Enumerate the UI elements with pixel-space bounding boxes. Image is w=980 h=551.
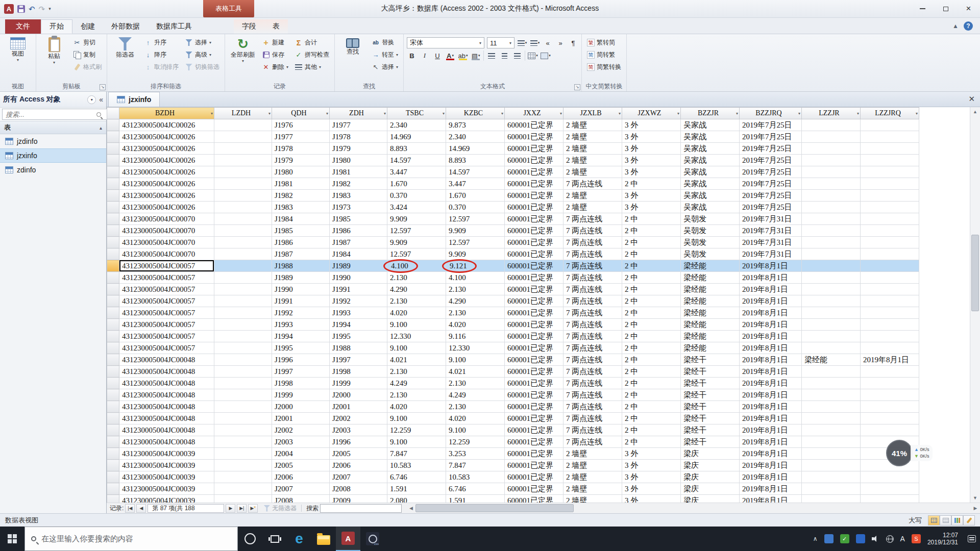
cell-QDH[interactable]: J1980	[272, 166, 330, 178]
cell-JZXLB[interactable]: 7 两点连线	[564, 413, 622, 424]
cell-JZXLB[interactable]: 7 两点连线	[564, 342, 622, 354]
row-selector[interactable]	[107, 143, 119, 155]
cell-JZXLB[interactable]: 7 两点连线	[564, 319, 622, 331]
cell-QDH[interactable]: J1982	[272, 190, 330, 202]
cell-BZZJR[interactable]: 梁经干	[681, 354, 740, 366]
cell-KZBC[interactable]: 12.597	[446, 213, 505, 225]
cell-JZXWZ[interactable]: 3 外	[622, 190, 681, 202]
cell-BZZJR[interactable]: 梁经干	[681, 413, 740, 424]
cell-TSBC[interactable]: 7.847	[387, 448, 446, 460]
cell-LZZJR[interactable]	[802, 448, 861, 460]
find-button[interactable]: 查找	[338, 36, 368, 55]
cell-JXXZ[interactable]: 600001已定界	[505, 155, 564, 166]
cell-KZBC[interactable]: 4.100	[446, 272, 505, 284]
cell-JXXZ[interactable]: 600001已定界	[505, 307, 564, 319]
cell-LZDH[interactable]	[214, 237, 272, 248]
cell-JZXLB[interactable]: 2 墙壁	[564, 190, 622, 202]
cell-LZDH[interactable]	[214, 119, 272, 131]
cell-JZXWZ[interactable]: 2 中	[622, 284, 681, 295]
cell-BZDH[interactable]: 431230005004JC00057	[119, 331, 214, 342]
sort-ascending-button[interactable]: ↑升序	[142, 37, 181, 48]
row-selector[interactable]	[107, 225, 119, 237]
cell-BZDH[interactable]: 431230005004JC00057	[119, 284, 214, 295]
row-selector[interactable]	[107, 460, 119, 471]
cell-JZXLB[interactable]: 7 两点连线	[564, 272, 622, 284]
cell-JZXLB[interactable]: 7 两点连线	[564, 284, 622, 295]
cell-JZXWZ[interactable]: 2 中	[622, 319, 681, 331]
cell-LZDH[interactable]	[214, 378, 272, 389]
cell-BZZJR[interactable]: 梁经能	[681, 284, 740, 295]
dialog-launcher-icon[interactable]: ↘	[100, 84, 106, 90]
cell-QDH[interactable]: J1981	[272, 178, 330, 190]
cell-BZZJR[interactable]: 梁庆	[681, 460, 740, 471]
cell-BZZJRQ[interactable]: 2019年8月1日	[740, 342, 802, 354]
cell-LZZJR[interactable]	[802, 471, 861, 483]
shield-icon[interactable]: ✓	[840, 534, 849, 543]
row-selector[interactable]	[107, 131, 119, 143]
cell-BZZJRQ[interactable]: 2019年7月25日	[740, 190, 802, 202]
cell-QDH[interactable]: J2005	[272, 460, 330, 471]
cell-JZXWZ[interactable]: 2 中	[622, 260, 681, 272]
cell-QDH[interactable]: J2004	[272, 448, 330, 460]
cell-JZXLB[interactable]: 2 墙壁	[564, 119, 622, 131]
cell-BZDH[interactable]: 431230005004JC00057	[119, 260, 214, 272]
cell-TSBC[interactable]: 4.020	[387, 307, 446, 319]
cell-TSBC[interactable]: 12.330	[387, 331, 446, 342]
cut-button[interactable]: ✂剪切	[71, 37, 104, 48]
italic-button[interactable]: I	[420, 51, 430, 61]
cell-TSBC[interactable]: 2.080	[387, 495, 446, 503]
cell-QDH[interactable]: J1977	[272, 131, 330, 143]
cell-BZZJR[interactable]: 梁经干	[681, 424, 740, 436]
cell-ZDH[interactable]: J1979	[330, 143, 387, 155]
cell-LZZJRQ[interactable]: 2019年8月1日	[861, 354, 919, 366]
cell-LZZJR[interactable]	[802, 378, 861, 389]
cell-JZXWZ[interactable]: 2 中	[622, 295, 681, 307]
cell-QDH[interactable]: J1993	[272, 319, 330, 331]
cell-QDH[interactable]: J2007	[272, 483, 330, 495]
cell-JXXZ[interactable]: 600001已定界	[505, 354, 564, 366]
qat-customize-icon[interactable]: ▾	[48, 6, 51, 11]
cell-JXXZ[interactable]: 600001已定界	[505, 366, 564, 378]
row-selector[interactable]	[107, 166, 119, 178]
cell-BZDH[interactable]: 431230005004JC00039	[119, 495, 214, 503]
cell-TSBC[interactable]: 3.424	[387, 202, 446, 213]
cell-TSBC[interactable]: 3.447	[387, 166, 446, 178]
text-direction-button[interactable]: ¶	[568, 38, 578, 48]
replace-button[interactable]: ab替换	[370, 37, 400, 48]
column-dropdown-icon[interactable]: ▾	[326, 111, 328, 116]
cell-BZZJRQ[interactable]: 2019年8月1日	[740, 460, 802, 471]
row-selector[interactable]	[107, 366, 119, 378]
cell-TSBC[interactable]: 12.597	[387, 248, 446, 260]
task-view-button[interactable]	[262, 527, 287, 551]
column-dropdown-icon[interactable]: ▾	[211, 111, 213, 116]
cell-BZZJRQ[interactable]: 2019年7月25日	[740, 155, 802, 166]
cell-ZDH[interactable]: J1997	[330, 354, 387, 366]
cell-JXXZ[interactable]: 600001已定界	[505, 331, 564, 342]
row-selector[interactable]	[107, 436, 119, 448]
cell-JZXWZ[interactable]: 3 外	[622, 166, 681, 178]
cell-TSBC[interactable]: 2.130	[387, 366, 446, 378]
cell-BZZJRQ[interactable]: 2019年8月1日	[740, 307, 802, 319]
cell-TSBC[interactable]: 1.591	[387, 483, 446, 495]
cell-JZXWZ[interactable]: 2 中	[622, 424, 681, 436]
align-center-button[interactable]	[499, 51, 509, 61]
cell-TSBC[interactable]: 8.893	[387, 143, 446, 155]
cell-JZXWZ[interactable]: 3 外	[622, 119, 681, 131]
cell-LZDH[interactable]	[214, 319, 272, 331]
cell-ZDH[interactable]: J1992	[330, 295, 387, 307]
select-all-corner[interactable]	[107, 108, 119, 119]
cell-LZDH[interactable]	[214, 202, 272, 213]
column-header-BZZJR[interactable]: BZZJR▾	[681, 108, 740, 119]
cell-QDH[interactable]: J1992	[272, 307, 330, 319]
start-button[interactable]	[0, 527, 24, 551]
cell-LZZJRQ[interactable]	[861, 178, 919, 190]
cell-BZDH[interactable]: 431230005004JC00070	[119, 248, 214, 260]
contextual-tab-字段[interactable]: 字段	[234, 19, 264, 34]
cell-LZDH[interactable]	[214, 131, 272, 143]
cell-LZZJRQ[interactable]	[861, 248, 919, 260]
cell-JZXLB[interactable]: 7 两点连线	[564, 354, 622, 366]
tab-创建[interactable]: 创建	[72, 19, 103, 34]
next-record-button[interactable]: ▶	[226, 504, 235, 513]
cell-LZZJRQ[interactable]	[861, 143, 919, 155]
cell-LZZJR[interactable]	[802, 307, 861, 319]
